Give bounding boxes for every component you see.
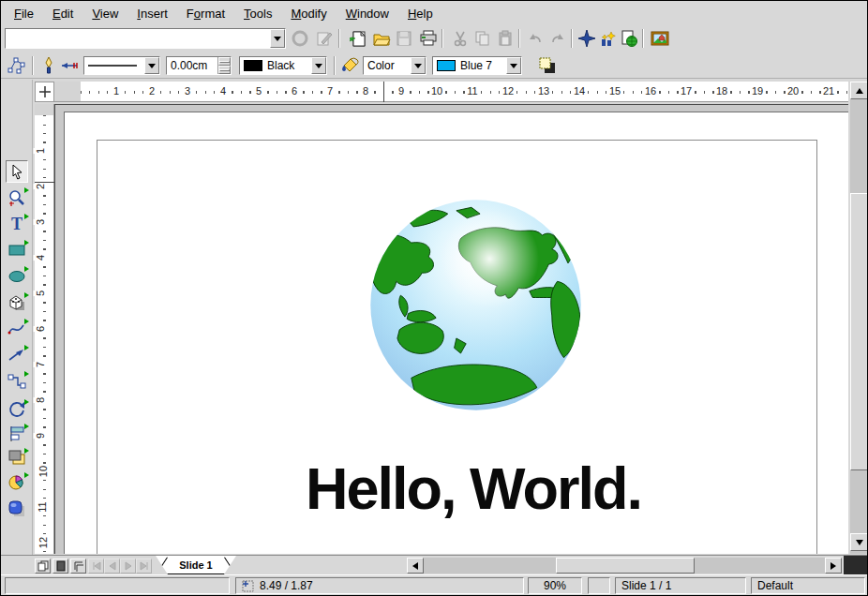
h-ruler-number: 6 (291, 84, 298, 98)
cursor-position-panel[interactable]: 8.49 / 1.87 (235, 577, 524, 594)
select-icon[interactable] (6, 160, 28, 183)
scroll-right-button[interactable] (825, 558, 842, 574)
menu-window[interactable]: Window (337, 4, 398, 23)
scroll-down-button[interactable] (850, 533, 868, 551)
chevron-down-icon (219, 69, 230, 71)
curve-icon[interactable] (6, 318, 28, 340)
flyout-indicator (24, 240, 29, 246)
line-width-spinner[interactable]: 0.00cm (166, 56, 232, 75)
next-page-button[interactable] (120, 559, 136, 574)
flyout-indicator (24, 472, 29, 478)
last-page-button[interactable] (136, 559, 152, 574)
print-icon[interactable] (418, 28, 439, 49)
vertical-scroll-thumb[interactable] (850, 193, 868, 470)
slide-view-button[interactable] (35, 559, 51, 574)
line-arrow-icon[interactable] (6, 344, 28, 366)
slide-title-text[interactable]: Hello, World. (306, 454, 641, 522)
slide-indicator-panel[interactable]: Slide 1 / 1 (615, 577, 746, 594)
flyout-indicator (24, 399, 29, 405)
copy-icon (472, 28, 493, 49)
fill-type-value[interactable]: Color (364, 57, 411, 74)
v-ruler-number: 2 (34, 184, 48, 189)
zoom-value: 90% (544, 579, 566, 592)
horizontal-scroll-thumb[interactable] (556, 558, 695, 574)
arrange-icon[interactable] (6, 447, 28, 469)
alignment-icon[interactable] (6, 423, 28, 445)
h-ruler-number: 12 (501, 84, 515, 98)
cut-icon (450, 28, 471, 49)
vertical-ruler[interactable]: 123456789101112 (35, 104, 54, 554)
edit-points-icon[interactable] (7, 55, 27, 76)
url-combobox[interactable] (5, 28, 286, 49)
vertical-scrollbar[interactable] (850, 82, 868, 554)
v-ruler-number: 1 (34, 148, 48, 154)
master-view-button[interactable] (52, 559, 68, 574)
page-style-panel[interactable]: Default (751, 577, 865, 594)
line-dialog-icon[interactable] (38, 55, 59, 76)
drawing-canvas[interactable]: Hello, World. (54, 104, 848, 554)
fill-color-select[interactable]: Blue 7 (432, 56, 522, 75)
slide-page[interactable]: Hello, World. (64, 112, 848, 554)
line-color-swatch (244, 60, 262, 71)
fill-type-dropdown-button[interactable] (411, 57, 426, 74)
h-ruler-number: 4 (219, 84, 227, 98)
area-dialog-icon[interactable] (339, 55, 360, 76)
menu-view[interactable]: View (82, 4, 127, 23)
menu-help[interactable]: Help (398, 4, 442, 23)
open-icon[interactable] (371, 28, 392, 49)
ellipse-icon[interactable] (6, 265, 28, 288)
insert-icon[interactable] (6, 471, 28, 494)
new-document-icon[interactable] (349, 28, 369, 49)
menu-tools[interactable]: Tools (234, 4, 281, 23)
line-style-select[interactable] (83, 56, 160, 75)
globe-image[interactable] (368, 198, 583, 412)
scroll-left-button[interactable] (407, 558, 424, 574)
fill-type-select[interactable]: Color (363, 56, 427, 75)
zoom-icon[interactable] (598, 28, 619, 49)
arrow-style-icon[interactable] (59, 55, 80, 76)
rectangle-icon[interactable] (6, 239, 28, 261)
navigator-icon[interactable] (576, 28, 597, 49)
connector-icon[interactable] (6, 370, 28, 393)
url-dropdown-button[interactable] (270, 29, 285, 48)
separator (518, 29, 520, 48)
rotate-icon[interactable] (6, 398, 28, 421)
flyout-indicator (24, 187, 29, 193)
menu-modify[interactable]: Modify (281, 4, 336, 23)
menu-insert[interactable]: Insert (127, 4, 177, 23)
previous-page-button[interactable] (104, 559, 120, 574)
horizontal-ruler[interactable]: 123456789101112131415161718192021 (54, 82, 848, 102)
zoom-panel[interactable]: 90% (528, 577, 582, 594)
menu-file[interactable]: File (5, 4, 43, 23)
objects-3d-icon[interactable] (6, 291, 28, 314)
url-input[interactable] (6, 29, 270, 48)
chevron-up-icon (219, 61, 230, 63)
separator (338, 29, 340, 48)
v-ruler-number: 10 (37, 466, 51, 477)
menu-format[interactable]: Format (177, 4, 234, 23)
scrollbar-corner (844, 556, 867, 575)
scroll-up-button[interactable] (850, 82, 868, 99)
gallery-icon[interactable] (650, 28, 670, 49)
page-tab-slide-1[interactable]: Slide 1 (156, 556, 236, 574)
line-color-select[interactable]: Black (239, 56, 327, 75)
line-color-dropdown-button[interactable] (311, 57, 326, 74)
hyperlink-icon[interactable] (619, 28, 639, 49)
flyout-indicator (24, 371, 29, 377)
line-style-dropdown-button[interactable] (144, 57, 159, 74)
fill-color-swatch (437, 60, 456, 71)
line-width-value[interactable]: 0.00cm (167, 57, 217, 74)
zoom-tool-icon[interactable] (6, 186, 28, 209)
fill-color-dropdown-button[interactable] (506, 57, 521, 74)
menu-edit[interactable]: Edit (43, 4, 82, 23)
horizontal-scrollbar[interactable] (424, 558, 825, 574)
chevron-down-icon (414, 64, 422, 68)
shadow-icon[interactable] (537, 55, 558, 76)
first-page-button[interactable] (88, 559, 104, 574)
layer-view-button[interactable] (70, 559, 86, 574)
text-icon[interactable]: T (6, 213, 28, 235)
spin-up-button[interactable] (218, 57, 231, 66)
ruler-origin-button[interactable] (35, 82, 54, 102)
effects-icon[interactable] (6, 498, 28, 520)
spin-down-button[interactable] (218, 66, 231, 74)
